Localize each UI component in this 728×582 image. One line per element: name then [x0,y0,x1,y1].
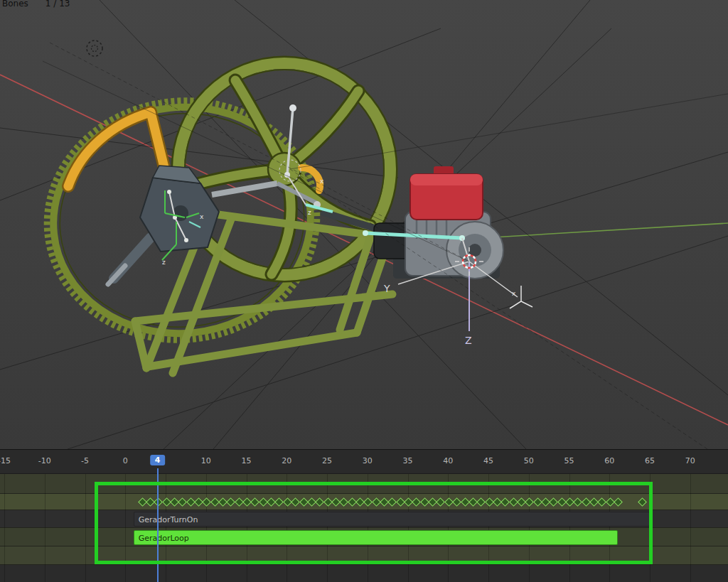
strip-label: GeradorLoop [139,534,189,543]
strip-label: GeradorTurnOn [139,515,198,524]
keyframe-diamond[interactable] [638,497,647,507]
mode-indicator: Bones [2,0,28,9]
frame-gridline [448,474,449,582]
keyframe-diamond[interactable] [291,497,300,507]
axis-label-y: Y [383,283,390,294]
fuel-tank[interactable] [410,166,483,220]
ruler-label: 0 [123,456,128,465]
frame-gridline [287,474,287,582]
nla-track-row[interactable] [0,565,728,582]
frame-gridline [4,474,5,582]
nla-track-row-keyframes[interactable] [0,494,728,510]
frame-gridline [247,474,247,582]
frame-gridline [85,474,86,582]
nla-tracks[interactable]: GeradorTurnOn GeradorLoop [0,474,728,582]
timeline-ruler[interactable]: 4 -15-10-5010152025303540455055606570 [0,450,728,474]
current-frame-badge[interactable]: 4 [150,455,166,465]
axis-label-x: x [200,213,204,220]
blender-window: x z x z x Y Z Bones 1 / 13 4 -15-10-5010… [0,0,728,582]
nla-track-row[interactable] [0,546,728,565]
nla-track-row[interactable]: GeradorTurnOn [0,510,728,528]
ruler-label: -5 [81,456,89,465]
frame-gridline [408,474,409,582]
frame-gridline [368,474,368,582]
viewport-scene: x z x z x Y Z [0,0,728,449]
ruler-label: 35 [403,456,413,465]
ruler-label: 20 [282,456,291,465]
frame-gridline [569,474,570,582]
frame-gridline [690,474,691,582]
ruler-label: 70 [685,456,695,465]
nla-track-row[interactable] [0,474,728,494]
frame-gridline [609,474,610,582]
ruler-label: 60 [604,456,614,465]
axis-label-z: Z [465,335,472,346]
viewport-header: Bones 1 / 13 [2,0,70,9]
ruler-label: 30 [363,456,373,465]
axis-label-z: z [162,259,166,266]
ruler-label: 25 [322,456,332,465]
ruler-label: 10 [201,456,211,465]
frame-gridline [166,474,166,582]
bone-counter: 1 / 13 [46,0,70,9]
frame-gridline [45,474,46,582]
keyframe-diamond[interactable] [452,497,461,507]
ruler-label: 50 [524,456,534,465]
ruler-label: 40 [443,456,453,465]
nla-strip-geradorloop[interactable]: GeradorLoop [134,530,618,545]
frame-gridline [206,474,207,582]
ruler-label: -15 [0,456,11,465]
viewport-3d[interactable]: x z x z x Y Z Bones 1 / 13 [0,0,728,449]
keyframe-diamond[interactable] [614,497,623,507]
axis-label-x: x [320,178,324,185]
ruler-label: -10 [38,456,51,465]
ruler-label: 15 [242,456,252,465]
frame-gridline [488,474,489,582]
ruler-label: 65 [645,456,655,465]
nla-track-row[interactable]: GeradorLoop [0,528,728,546]
frame-gridline [650,474,651,582]
nla-strip-geradorturnon[interactable]: GeradorTurnOn [134,512,650,527]
playhead[interactable] [157,468,159,582]
ruler-label: 55 [564,456,574,465]
frame-gridline [327,474,328,582]
frame-gridline [125,474,126,582]
axis-label-x: x [512,290,516,297]
ruler-label: 45 [483,456,493,465]
axis-label-z: z [308,209,311,216]
nla-editor[interactable]: 4 -15-10-5010152025303540455055606570 Ge… [0,449,728,582]
frame-gridline [529,474,530,582]
